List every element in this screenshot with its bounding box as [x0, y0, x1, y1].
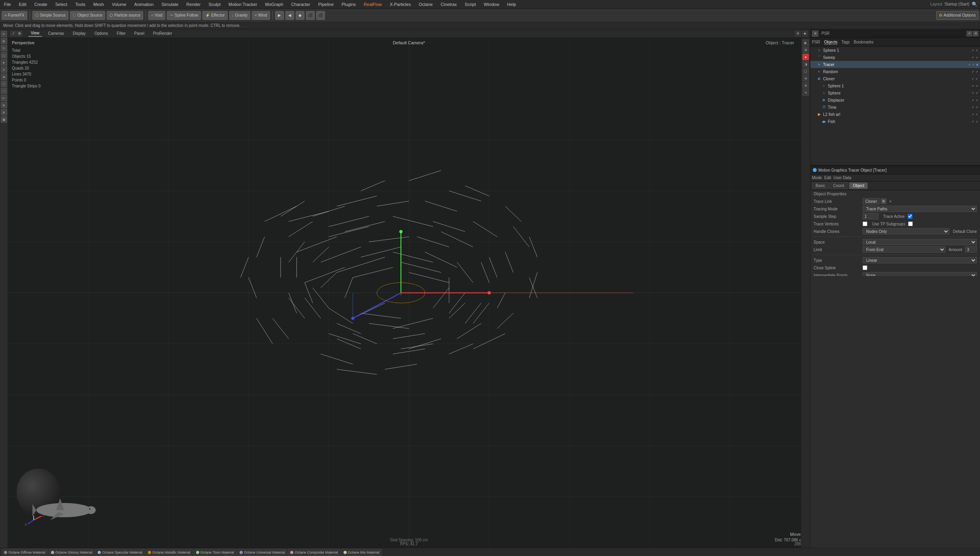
mat-metallic[interactable]: Octane Metallic Material — [145, 549, 193, 556]
spline-follow-btn[interactable]: 〜 Spline Follow — [167, 11, 201, 20]
wireframe-icon[interactable]: ▢ — [803, 68, 809, 74]
mode-tab[interactable]: Mode — [812, 176, 822, 180]
tool-4[interactable]: ◈ — [1, 74, 7, 80]
tool-3[interactable]: S — [1, 66, 7, 73]
menu-item-simulate[interactable]: Simulate — [160, 1, 180, 8]
gravity-btn[interactable]: ↓ Gravity — [229, 11, 251, 20]
tree-tab-psr[interactable]: PSR — [812, 40, 820, 44]
prop-tab-object[interactable]: Object — [849, 182, 868, 189]
trace-active-checkbox[interactable] — [908, 214, 912, 219]
viewport-icon-1[interactable]: ⊘ — [795, 31, 801, 36]
psr-icon-1[interactable]: ⊞ — [812, 30, 818, 37]
toolbar-icon-4[interactable]: ⬛ — [306, 11, 315, 20]
display-icon[interactable]: ⊗ — [803, 82, 809, 89]
render-region-icon[interactable]: ⊞ — [803, 47, 809, 53]
viewport-tab-display[interactable]: Display — [70, 30, 88, 36]
tree-tab-tags[interactable]: Tags — [841, 40, 850, 44]
trace-vertices-checkbox[interactable] — [863, 221, 867, 226]
tool-scale[interactable]: ⊞ — [1, 38, 7, 44]
menu-item-realflow[interactable]: RealFlow — [362, 1, 383, 8]
sample-step-input[interactable] — [863, 213, 878, 219]
mat-specular[interactable]: Octane Specular Material — [95, 549, 145, 556]
bones-icon[interactable]: ⊕ — [803, 75, 809, 81]
viewport-tab-prorender[interactable]: ProRender — [151, 30, 174, 36]
mat-mix[interactable]: Octane Mix Material — [341, 549, 382, 556]
tool-6[interactable]: 〰 — [1, 88, 7, 94]
wind-btn[interactable]: ≈ Wind — [252, 11, 270, 20]
tool-2[interactable]: ● — [1, 59, 7, 66]
menu-item-create[interactable]: Create — [33, 1, 49, 8]
tree-item-sphere1[interactable]: ○ Sphere 1 ✓ ✓ — [810, 47, 980, 54]
tree-item-fish[interactable]: 🐟 Fish ✓ ✓ — [810, 118, 980, 125]
toolbar-icon-5[interactable]: ⬛ — [316, 11, 325, 20]
mat-composite[interactable]: Octane Composite Material — [288, 549, 340, 556]
intermediate-dropdown[interactable]: None — [863, 272, 977, 276]
menu-item-select[interactable]: Select — [54, 1, 69, 8]
viewport-tab-filter[interactable]: Filter — [114, 30, 128, 36]
shade-icon[interactable]: ◑ — [803, 61, 809, 67]
menu-item-help[interactable]: Help — [506, 1, 518, 8]
limit-dropdown[interactable]: From End — [863, 246, 946, 253]
amount-input[interactable] — [965, 246, 977, 253]
search-icon[interactable]: 🔍 — [972, 2, 978, 7]
active-render-icon[interactable]: ● — [803, 54, 809, 60]
menu-item-cinetrax[interactable]: Cinetrax — [439, 1, 459, 8]
prop-tab-coord[interactable]: Coord. — [829, 182, 848, 189]
menu-item-script[interactable]: Script — [463, 1, 478, 8]
viewport-tab-cameras[interactable]: Cameras — [46, 30, 67, 36]
menu-item-octane[interactable]: Octane — [417, 1, 434, 8]
viewport-layout-icon[interactable]: ⊞ — [17, 31, 22, 36]
menu-item-edit[interactable]: Edit — [17, 1, 28, 8]
effector-btn[interactable]: ⚡ Effector — [202, 11, 227, 20]
panel-expand-icon[interactable]: ⊞ — [973, 31, 978, 36]
tree-tab-bookmarks[interactable]: Bookmarks — [854, 40, 874, 44]
menu-item-sculpt[interactable]: Sculpt — [207, 1, 222, 8]
handle-clones-dropdown[interactable]: Nodes Only — [863, 228, 950, 235]
tool-7[interactable]: ✏ — [1, 95, 7, 101]
mat-universal[interactable]: Octane Universal Material — [237, 549, 287, 556]
menu-item-mograph[interactable]: MoGraph — [264, 1, 285, 8]
toolbar-icon-2[interactable]: ◀ — [285, 11, 294, 20]
viewport-canvas[interactable]: Perspective Default Camera* Object : Tra… — [8, 38, 810, 548]
tree-item-displacer[interactable]: ⊗ Displacer ✓ ✓ — [810, 96, 980, 104]
mat-toon[interactable]: Octane Toon Material — [194, 549, 236, 556]
menu-item-window[interactable]: Window — [482, 1, 501, 8]
trace-link-clear[interactable]: × — [887, 199, 893, 204]
object-source-btn[interactable]: ⬡ Object Source — [70, 11, 105, 20]
trace-link-btn[interactable]: ⚙ — [881, 199, 886, 204]
tool-10[interactable]: ▦ — [1, 116, 7, 123]
tree-item-sweep[interactable]: ⌒ Sweep ✓ ✓ — [810, 54, 980, 61]
menu-item-pipeline[interactable]: Pipeline — [317, 1, 335, 8]
menu-item-mesh[interactable]: Mesh — [92, 1, 106, 8]
toolbar-icon-3[interactable]: ◆ — [296, 11, 304, 20]
tool-move[interactable]: ✛ — [1, 31, 7, 37]
menu-item-character[interactable]: Character — [290, 1, 312, 8]
viewport-tab-panel[interactable]: Panel — [132, 30, 147, 36]
tree-item-sphere1-child[interactable]: ○ Sphere 1 ✓ ✓ — [810, 82, 980, 89]
fumerfx-btn[interactable]: ● FumerFX — [2, 11, 27, 20]
particle-source-btn[interactable]: ⬡ Particle source — [107, 11, 143, 20]
viewport-tab-options[interactable]: Options — [92, 30, 110, 36]
menu-item-xparticles[interactable]: X-Particles — [388, 1, 412, 8]
tracing-mode-dropdown[interactable]: Trace Paths — [863, 206, 977, 212]
mat-diffuse[interactable]: Octane Diffuse Material — [2, 549, 48, 556]
viewport-expand-icon[interactable]: ⤢ — [10, 31, 16, 36]
tool-9[interactable]: ⊗ — [1, 109, 7, 115]
toolbar-icon-1[interactable]: ▶ — [275, 11, 284, 20]
tree-item-sphere[interactable]: ○ Sphere ✓ ✓ — [810, 89, 980, 96]
menu-item-render[interactable]: Render — [185, 1, 202, 8]
tree-item-tracer[interactable]: ∿ Tracer ✓ ✓ ◈ — [810, 61, 980, 68]
tree-item-random[interactable]: ≈ Random ✓ ✓ — [810, 68, 980, 75]
light-icon[interactable]: ☀ — [803, 89, 809, 96]
tree-item-time[interactable]: ⏱ Time ✓ ✓ — [810, 104, 980, 111]
tree-item-cloner[interactable]: ⊕ Cloner ✓ ✓ — [810, 75, 980, 82]
tool-8[interactable]: ⊕ — [1, 102, 7, 108]
viewport-icon-2[interactable]: ◈ — [802, 31, 808, 36]
menu-item-tools[interactable]: Tools — [74, 1, 87, 8]
prop-tab-basic[interactable]: Basic — [812, 182, 829, 189]
additional-options-btn[interactable]: ⚙ Additional Options — [936, 11, 978, 20]
menu-item-motion-tracker[interactable]: Motion Tracker — [227, 1, 259, 8]
simple-source-btn[interactable]: ⬡ Simple Source — [32, 11, 68, 20]
tool-rotate[interactable]: ↻ — [1, 45, 7, 51]
menu-item-animation[interactable]: Animation — [133, 1, 155, 8]
